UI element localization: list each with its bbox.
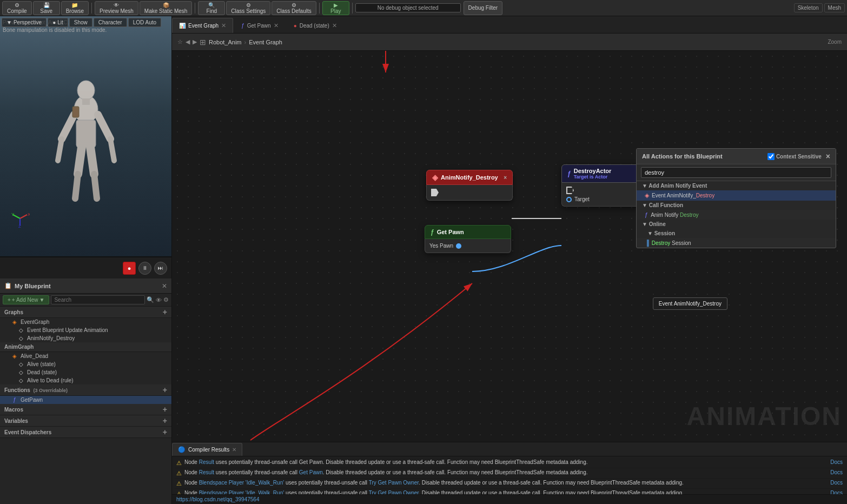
mesh-btn[interactable]: Mesh	[824, 3, 845, 12]
breadcrumb-star-icon[interactable]: ☆	[177, 38, 183, 45]
online-header: ▼ Online	[637, 220, 836, 229]
find-button[interactable]: 🔍 Find	[198, 1, 225, 15]
class-defaults-button[interactable]: ⚙ Class Defaults	[272, 1, 316, 15]
compiler-row-1: ⚠ Node Result uses potentially thread-un…	[175, 458, 844, 468]
macros-section-header[interactable]: Macros +	[0, 404, 171, 415]
get-pawn-out-pin[interactable]	[456, 243, 461, 249]
context-sensitive-input[interactable]	[767, 153, 775, 160]
pause-button[interactable]: ⏸	[138, 262, 151, 275]
compiler-docs-1[interactable]: Docs	[830, 459, 843, 465]
toolbar-separator-4	[352, 3, 353, 14]
destroy-exec-in-pin[interactable]	[566, 187, 574, 194]
functions-add-button[interactable]: +	[163, 386, 167, 394]
dead-state-tab-close[interactable]: ✕	[332, 22, 337, 29]
compiler-docs-2[interactable]: Docs	[830, 469, 843, 475]
make-static-mesh-button[interactable]: 📦 Make Static Mesh	[140, 1, 192, 15]
compiler-link-result-2[interactable]: Result	[199, 469, 214, 475]
event-dispatchers-section-header[interactable]: Event Dispatchers +	[0, 427, 171, 438]
breadcrumb-robot-anim[interactable]: Robot_Anim	[209, 39, 242, 45]
animgraph-section-header[interactable]: AnimGraph	[0, 342, 171, 352]
visibility-icon-btn[interactable]: 👁	[156, 297, 162, 303]
compiler-docs-3[interactable]: Docs	[830, 480, 843, 486]
breadcrumb-back[interactable]: ◀	[186, 38, 190, 45]
graphs-add-button[interactable]: +	[163, 308, 167, 316]
preview-mesh-button[interactable]: 👁 Preview Mesh	[95, 1, 138, 15]
anim-notify-node[interactable]: ◈ AnimNotify_Destroy ×	[426, 170, 513, 201]
show-toggle[interactable]: Show	[69, 18, 92, 27]
all-actions-search-input[interactable]	[641, 167, 831, 178]
compile-icon: ⚙	[15, 2, 19, 8]
svg-rect-7	[76, 120, 96, 147]
compiler-link-blendspace-3[interactable]: Blendspace Player 'Idle_Walk_Run'	[199, 480, 284, 486]
anim-exec-out-pin[interactable]	[431, 189, 439, 196]
search-icon-btn[interactable]: 🔍	[147, 296, 154, 303]
action-anim-notify-destroy[interactable]: ƒ Anim Notify Destroy	[637, 210, 836, 220]
compiler-link-result-1[interactable]: Result	[199, 459, 214, 465]
variables-section-header[interactable]: Variables +	[0, 415, 171, 427]
viewport-btn-row: ▼ Perspective ● Lit Show Character LOD A…	[2, 18, 161, 27]
compiler-results-tab[interactable]: 🔵 Compiler Results ✕	[172, 443, 242, 456]
macros-add-button[interactable]: +	[163, 406, 167, 413]
skeleton-btn[interactable]: Skeleton	[794, 3, 823, 12]
tab-dead-state[interactable]: ● Dead (state) ✕	[287, 18, 344, 33]
top-toolbar: ⚙ Compile 💾 Save 📁 Browse 👁 Preview Mesh…	[0, 0, 847, 16]
tree-item-alive-state[interactable]: ◇ Alive (state)	[0, 360, 171, 368]
context-sensitive-checkbox[interactable]: Context Sensitive	[767, 153, 822, 160]
perspective-toggle[interactable]: ▼ Perspective	[2, 18, 47, 27]
tab-get-pawn[interactable]: ƒ Get Pawn ✕	[234, 18, 285, 33]
debug-filter-button[interactable]: Debug Filter	[464, 1, 502, 15]
graph-canvas[interactable]: ◈ AnimNotify_Destroy ×	[172, 51, 847, 442]
tree-item-event-bp-update[interactable]: ◇ Event Blueprint Update Animation	[0, 326, 171, 334]
breadcrumb-forward[interactable]: ▶	[193, 38, 197, 45]
get-pawn-node[interactable]: ƒ Get Pawn Yes Pawn	[425, 225, 511, 253]
stop-button[interactable]: ⏭	[154, 262, 167, 275]
action-event-anim-notify-destroy[interactable]: ◈ Event AnimNotify_Destroy	[637, 190, 836, 201]
event-dispatchers-add-button[interactable]: +	[163, 428, 167, 436]
compiler-link-blendspace-4[interactable]: Blendspace Player 'Idle_Walk_Run'	[199, 490, 284, 494]
tree-item-dead-state[interactable]: ◇ Dead (state)	[0, 368, 171, 376]
compiler-link-getpawnowner-3[interactable]: Try Get Pawn Owner	[369, 480, 419, 486]
play-icon: ▶	[334, 2, 338, 8]
tree-item-alive-to-dead[interactable]: ◇ Alive to Dead (rule)	[0, 376, 171, 384]
compile-button[interactable]: ⚙ Compile	[2, 1, 32, 15]
compiler-link-getpawnowner-4[interactable]: Try Get Pawn Owner	[369, 490, 419, 494]
play-button[interactable]: ▶ Play	[322, 1, 349, 15]
debug-object-field[interactable]: No debug object selected	[355, 3, 461, 12]
event-graph-tab-close[interactable]: ✕	[221, 22, 226, 29]
tree-item-animnotify-destroy[interactable]: ◇ AnimNotify_Destroy	[0, 334, 171, 342]
breadcrumb-event-graph[interactable]: Event Graph	[249, 39, 282, 45]
character-toggle[interactable]: Character	[94, 18, 127, 27]
tree-item-alive-dead[interactable]: ◈ Alive_Dead	[0, 352, 171, 360]
all-actions-close-btn[interactable]: ×	[826, 152, 830, 161]
lit-toggle[interactable]: ● Lit	[48, 18, 68, 27]
svg-line-3	[62, 115, 74, 139]
tree-item-getpawn[interactable]: ƒ GetPawn	[0, 396, 171, 404]
action-session-icon: ▐	[645, 240, 649, 246]
functions-section-header[interactable]: Functions (3 Overridable) +	[0, 384, 171, 396]
tab-event-graph[interactable]: 📊 Event Graph ✕	[172, 18, 233, 33]
anim-notify-close-icon[interactable]: ×	[504, 175, 507, 181]
tree-item-eventgraph[interactable]: ◈ EventGraph	[0, 318, 171, 326]
lod-toggle[interactable]: LOD Auto	[128, 18, 161, 27]
browse-button[interactable]: 📁 Browse	[61, 1, 89, 15]
blueprint-search-input[interactable]	[51, 295, 145, 304]
record-button[interactable]: ●	[123, 262, 136, 275]
save-button[interactable]: 💾 Save	[33, 1, 60, 15]
compiler-docs-4[interactable]: Docs	[830, 490, 843, 494]
class-defaults-icon: ⚙	[292, 2, 296, 8]
my-blueprint-close[interactable]: ✕	[162, 282, 167, 290]
add-new-button[interactable]: + + Add New ▼	[3, 295, 49, 304]
destroy-target-label: Target	[574, 196, 590, 202]
action-destroy-session[interactable]: ▐ Destroy Session	[637, 238, 836, 248]
graphs-section-header[interactable]: Graphs +	[0, 307, 171, 318]
compiler-panel: 🔵 Compiler Results ✕ ⚠ Node Result uses …	[172, 442, 847, 504]
variables-add-button[interactable]: +	[163, 417, 167, 425]
add-anim-notify-header: ▼ Add Anim Notify Event	[637, 181, 836, 190]
class-settings-button[interactable]: ⚙ Class Settings	[226, 1, 270, 15]
destroy-target-in-pin[interactable]	[566, 197, 572, 202]
filter-icon-btn[interactable]: ⚙	[163, 296, 169, 303]
svg-line-5	[98, 115, 110, 139]
compiler-link-getpawn-2[interactable]: Get Pawn	[299, 469, 323, 475]
compiler-tab-close[interactable]: ✕	[232, 447, 236, 453]
get-pawn-tab-close[interactable]: ✕	[274, 22, 279, 29]
